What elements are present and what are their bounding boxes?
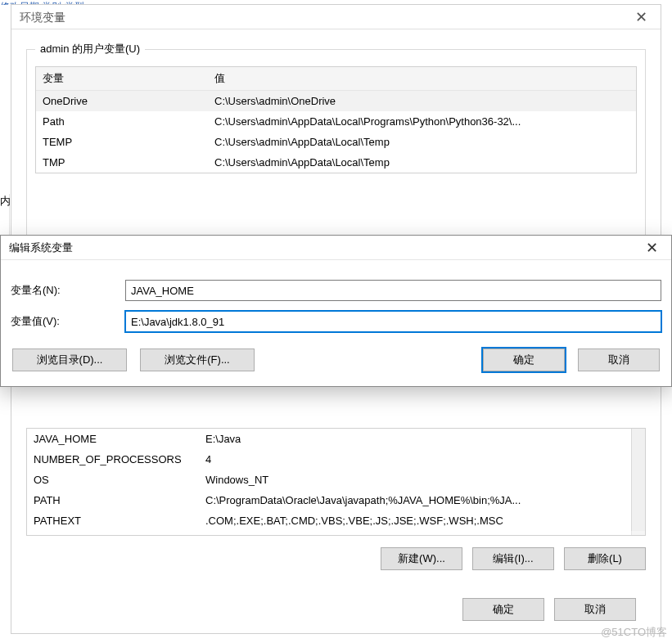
table-row[interactable]: PATHEXT .COM;.EXE;.BAT;.CMD;.VBS;.VBE;.J… xyxy=(27,510,645,531)
table-row[interactable]: Path C:\Users\admin\AppData\Local\Progra… xyxy=(36,111,636,132)
cell-var-name: TEMP xyxy=(36,132,208,152)
var-name-label: 变量名(N): xyxy=(11,283,125,298)
var-value-row: 变量值(V): xyxy=(1,301,671,332)
table-row[interactable]: OneDrive C:\Users\admin\OneDrive xyxy=(36,91,636,111)
table-row[interactable]: PATH C:\ProgramData\Oracle\Java\javapath… xyxy=(27,490,645,510)
cell-var-value: 4 xyxy=(199,449,631,470)
var-value-label: 变量值(V): xyxy=(11,314,125,329)
browse-dir-button[interactable]: 浏览目录(D)... xyxy=(12,348,127,371)
var-name-input[interactable] xyxy=(125,280,661,301)
user-variables-group-label: admin 的用户变量(U) xyxy=(35,42,145,56)
scrollbar[interactable] xyxy=(631,429,645,535)
cell-var-name: PATHEXT xyxy=(27,510,199,531)
new-button[interactable]: 新建(W)... xyxy=(381,547,462,570)
dialog-action-buttons: 确定 取消 xyxy=(11,570,661,621)
cell-var-value: C:\Users\admin\AppData\Local\Temp xyxy=(208,152,636,173)
cell-var-name: Path xyxy=(36,111,208,132)
cell-var-name: PATH xyxy=(27,490,199,510)
var-name-row: 变量名(N): xyxy=(1,260,671,301)
cell-var-name: NUMBER_OF_PROCESSORS xyxy=(27,449,199,470)
col-header-var: 变量 xyxy=(36,67,208,90)
user-vars-header: 变量 值 xyxy=(36,67,636,91)
table-row[interactable]: TEMP C:\Users\admin\AppData\Local\Temp xyxy=(36,132,636,152)
env-dialog-titlebar[interactable]: 环境变量 ✕ xyxy=(11,5,661,29)
browse-file-button[interactable]: 浏览文件(F)... xyxy=(140,348,255,371)
cell-var-value: C:\Users\admin\AppData\Local\Temp xyxy=(208,132,636,152)
cell-var-name: JAVA_HOME xyxy=(27,429,199,449)
close-icon[interactable]: ✕ xyxy=(630,5,652,29)
user-variables-table[interactable]: 变量 值 OneDrive C:\Users\admin\OneDrive Pa… xyxy=(35,66,637,173)
table-row[interactable]: OS Windows_NT xyxy=(27,470,645,490)
cancel-button[interactable]: 取消 xyxy=(578,348,660,371)
cell-var-value: C:\Users\admin\AppData\Local\Programs\Py… xyxy=(208,111,636,132)
left-fragment: 内 xyxy=(0,194,10,235)
edit-dialog-buttons: 浏览目录(D)... 浏览文件(F)... 确定 取消 xyxy=(1,332,671,386)
user-variables-group: admin 的用户变量(U) 变量 值 OneDrive C:\Users\ad… xyxy=(26,49,646,248)
cell-var-name: PROCESSOR_ARCHITECTURE xyxy=(27,531,199,536)
delete-button[interactable]: 删除(L) xyxy=(564,547,646,570)
cell-var-value: .COM;.EXE;.BAT;.CMD;.VBS;.VBE;.JS;.JSE;.… xyxy=(199,510,631,531)
cell-var-value: AMD64 xyxy=(199,531,631,536)
table-row[interactable]: PROCESSOR_ARCHITECTURE AMD64 xyxy=(27,531,645,536)
edit-button[interactable]: 编辑(I)... xyxy=(472,547,554,570)
cell-var-name: OS xyxy=(27,470,199,490)
cell-var-name: OneDrive xyxy=(36,91,208,111)
system-variables-table[interactable]: JAVA_HOME E:\Java NUMBER_OF_PROCESSORS 4… xyxy=(26,428,646,536)
edit-system-variable-dialog: 编辑系统变量 ✕ 变量名(N): 变量值(V): 浏览目录(D)... 浏览文件… xyxy=(0,235,672,387)
cell-var-value: E:\Java xyxy=(199,429,631,449)
watermark: @51CTO博客 xyxy=(601,625,667,640)
edit-dialog-titlebar[interactable]: 编辑系统变量 ✕ xyxy=(1,236,671,260)
table-row[interactable]: NUMBER_OF_PROCESSORS 4 xyxy=(27,449,645,470)
cancel-button[interactable]: 取消 xyxy=(554,598,636,621)
cell-var-value: C:\Users\admin\OneDrive xyxy=(208,91,636,111)
user-vars-body: OneDrive C:\Users\admin\OneDrive Path C:… xyxy=(36,91,636,173)
ok-button[interactable]: 确定 xyxy=(462,598,544,621)
ok-button[interactable]: 确定 xyxy=(483,348,565,371)
var-value-input[interactable] xyxy=(125,311,661,332)
table-row[interactable]: TMP C:\Users\admin\AppData\Local\Temp xyxy=(36,152,636,173)
col-header-val: 值 xyxy=(208,67,636,90)
table-row[interactable]: JAVA_HOME E:\Java xyxy=(27,429,645,449)
cell-var-value: Windows_NT xyxy=(199,470,631,490)
system-variables-buttons: 新建(W)... 编辑(I)... 删除(L) xyxy=(11,536,661,570)
edit-dialog-title: 编辑系统变量 xyxy=(9,236,73,260)
env-dialog-title: 环境变量 xyxy=(20,5,65,29)
cell-var-name: TMP xyxy=(36,152,208,173)
close-icon[interactable]: ✕ xyxy=(641,236,663,260)
cell-var-value: C:\ProgramData\Oracle\Java\javapath;%JAV… xyxy=(199,490,631,510)
